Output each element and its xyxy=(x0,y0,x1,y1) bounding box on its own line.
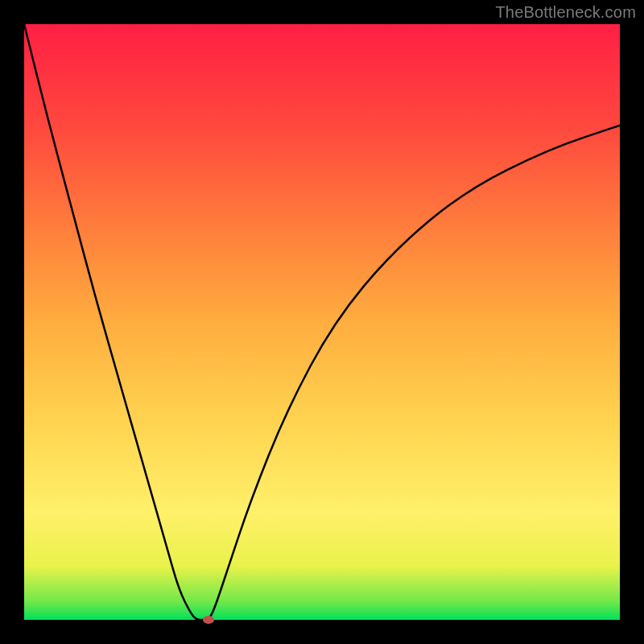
bottleneck-curve xyxy=(24,24,620,620)
plot-area xyxy=(24,24,620,620)
chart-frame: TheBottleneck.com xyxy=(0,0,644,644)
curve-path xyxy=(24,24,620,620)
attribution-label: TheBottleneck.com xyxy=(495,3,636,22)
optimal-marker-dot xyxy=(203,616,214,624)
